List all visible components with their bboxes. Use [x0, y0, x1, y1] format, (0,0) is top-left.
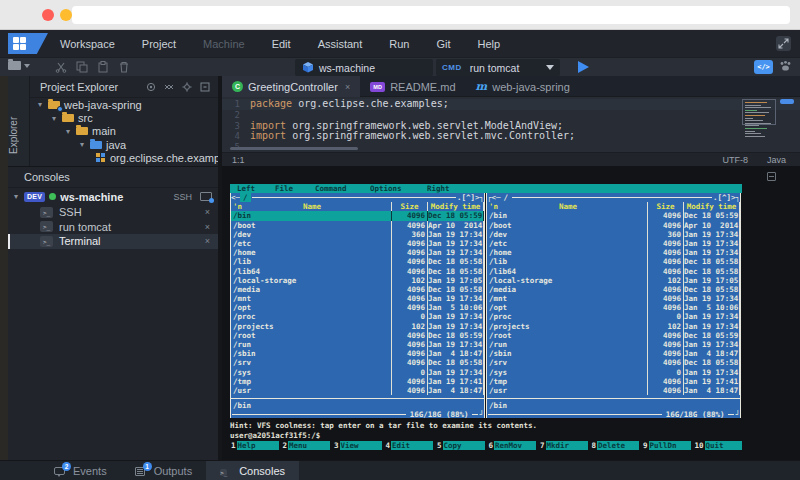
- menu-run[interactable]: Run: [389, 38, 409, 50]
- tab-readme-md[interactable]: MDREADME.md: [360, 76, 465, 97]
- cut-button[interactable]: [55, 61, 67, 73]
- process-ssh[interactable]: >_SSH×: [8, 205, 218, 220]
- fn-key-quit[interactable]: 10Quit: [694, 441, 743, 450]
- file-row[interactable]: /usr4096Jan 4 18:47: [487, 386, 740, 395]
- file-row[interactable]: /run4096Jan 19 17:34: [487, 340, 740, 349]
- chevron-down-icon[interactable]: ▾: [12, 192, 20, 201]
- fn-key-menu[interactable]: 2Menu: [282, 441, 331, 450]
- machine-selector[interactable]: ws-machine: [295, 59, 433, 76]
- file-row[interactable]: /bin4096Dec 18 05:59: [487, 211, 740, 220]
- file-row[interactable]: /local-storage102Jan 19 17:05: [487, 276, 740, 285]
- tree-item-main[interactable]: ▾main: [30, 125, 218, 138]
- close-icon[interactable]: ×: [205, 222, 210, 232]
- mc-menu-left[interactable]: Left: [237, 184, 255, 193]
- file-row[interactable]: /sbin4096Jan 4 18:47: [231, 349, 484, 358]
- chevron-down-icon[interactable]: ▾: [36, 100, 44, 109]
- file-row[interactable]: /lib4096Dec 18 05:58: [487, 257, 740, 266]
- mc-menu-right[interactable]: Right: [427, 184, 450, 193]
- fn-key-view[interactable]: 3View: [333, 441, 382, 450]
- file-row[interactable]: /sbin4096Jan 4 18:47: [487, 349, 740, 358]
- file-row[interactable]: /lib4096Dec 18 05:58: [231, 257, 484, 266]
- mc-menu-file[interactable]: File: [275, 184, 293, 193]
- collapse-all-icon[interactable]: [164, 82, 174, 92]
- file-row[interactable]: /lib644096Dec 18 05:58: [487, 267, 740, 276]
- file-row[interactable]: /boot4096Apr 10 2014: [231, 221, 484, 230]
- file-row[interactable]: /home4096Jan 19 17:34: [487, 248, 740, 257]
- minimap[interactable]: [745, 102, 775, 138]
- link-with-editor-icon[interactable]: [146, 82, 156, 92]
- file-row[interactable]: /tmp4096Jan 19 17:41: [487, 377, 740, 386]
- file-row[interactable]: /etc4096Jan 19 17:34: [487, 239, 740, 248]
- file-row[interactable]: /mnt4096Jan 19 17:34: [231, 294, 484, 303]
- code-editor[interactable]: 1package org.eclipse.che.examples;23impo…: [222, 97, 800, 152]
- delete-button[interactable]: [118, 61, 130, 73]
- bottom-tab-consoles[interactable]: >_Consoles: [206, 461, 299, 480]
- horizontal-scrollbar[interactable]: [230, 147, 358, 150]
- run-command-button[interactable]: [578, 61, 589, 73]
- file-row[interactable]: /sys0Jan 19 17:34: [231, 368, 484, 377]
- fn-key-delete[interactable]: 8Delete: [591, 441, 640, 450]
- file-row[interactable]: /projects102Jan 19 17:34: [487, 322, 740, 331]
- fn-key-renmov[interactable]: 6RenMov: [488, 441, 537, 450]
- expand-icon[interactable]: [776, 36, 791, 51]
- mc-col-name[interactable]: Name: [233, 202, 391, 211]
- tree-item-org-eclipse-che-examples[interactable]: org.eclipse.che.examples: [30, 152, 218, 165]
- file-row[interactable]: /projects102Jan 19 17:34: [231, 322, 484, 331]
- mc-col-mtime[interactable]: Modify time: [683, 202, 740, 211]
- file-row[interactable]: /home4096Jan 19 17:34: [231, 248, 484, 257]
- mc-menu-command[interactable]: Command: [315, 184, 347, 193]
- close-icon[interactable]: ×: [345, 82, 350, 92]
- bottom-tab-events[interactable]: 2Events: [40, 461, 121, 480]
- file-row[interactable]: /srv4096Dec 18 05:58: [231, 358, 484, 367]
- file-row[interactable]: /sys0Jan 19 17:34: [487, 368, 740, 377]
- gear-icon[interactable]: [182, 82, 192, 92]
- close-icon[interactable]: ×: [205, 207, 210, 217]
- copy-button[interactable]: [76, 61, 88, 73]
- menu-machine[interactable]: Machine: [203, 38, 245, 50]
- chevron-down-icon[interactable]: ▾: [78, 140, 86, 149]
- new-project-button[interactable]: [8, 61, 30, 70]
- mc-col-mtime[interactable]: Modify time: [427, 202, 484, 211]
- menu-assistant[interactable]: Assistant: [318, 38, 363, 50]
- mc-current-path[interactable]: /: [240, 193, 251, 202]
- file-row[interactable]: /proc0Jan 19 17:34: [231, 312, 484, 321]
- scrollbar-thumb[interactable]: [780, 99, 794, 104]
- fn-key-edit[interactable]: 4Edit: [385, 441, 434, 450]
- bottom-tab-outputs[interactable]: 1Outputs: [121, 461, 207, 480]
- file-row[interactable]: /dev360Jan 19 17:34: [231, 230, 484, 239]
- chevron-down-icon[interactable]: ▾: [64, 127, 72, 136]
- paste-button[interactable]: [97, 61, 109, 73]
- fn-key-copy[interactable]: 5Copy: [436, 441, 485, 450]
- tree-item-java[interactable]: ▾java: [30, 138, 218, 151]
- menu-edit[interactable]: Edit: [272, 38, 291, 50]
- fn-key-mkdir[interactable]: 7Mkdir: [539, 441, 588, 450]
- file-row[interactable]: /bin4096Dec 18 05:59: [231, 211, 484, 220]
- mc-col-size[interactable]: Size: [391, 202, 427, 211]
- process-run-tomcat[interactable]: >_run tomcat×: [8, 220, 218, 235]
- file-row[interactable]: /proc0Jan 19 17:34: [487, 312, 740, 321]
- file-row[interactable]: /root4096Dec 18 05:59: [487, 331, 740, 340]
- file-row[interactable]: /mnt4096Jan 19 17:34: [487, 294, 740, 303]
- shell-prompt[interactable]: user@a2051acf31f5:/$: [230, 431, 742, 440]
- code-view-button[interactable]: </>: [754, 60, 773, 74]
- menu-workspace[interactable]: Workspace: [60, 38, 115, 50]
- tree-item-src[interactable]: ▾src: [30, 111, 218, 124]
- mc-col-name[interactable]: Name: [489, 202, 647, 211]
- terminal-view[interactable]: LeftFileCommandOptionsRight <─/.[^]>┐'nN…: [222, 166, 800, 460]
- menu-project[interactable]: Project: [142, 38, 176, 50]
- file-row[interactable]: /opt4096Jan 5 10:06: [231, 303, 484, 312]
- file-row[interactable]: /srv4096Dec 18 05:58: [487, 358, 740, 367]
- fn-key-pulldn[interactable]: 9PullDn: [642, 441, 691, 450]
- process-terminal[interactable]: >_Terminal×: [8, 234, 218, 249]
- file-row[interactable]: /lib644096Dec 18 05:58: [231, 267, 484, 276]
- tab-greetingcontroller[interactable]: CGreetingController×: [222, 76, 360, 97]
- file-row[interactable]: /tmp4096Jan 19 17:41: [231, 377, 484, 386]
- file-row[interactable]: /etc4096Jan 19 17:34: [231, 239, 484, 248]
- file-row[interactable]: /dev360Jan 19 17:34: [487, 230, 740, 239]
- file-row[interactable]: /usr4096Jan 4 18:47: [231, 386, 484, 395]
- mc-col-size[interactable]: Size: [647, 202, 683, 211]
- window-minimize-button[interactable]: [60, 9, 72, 21]
- chevron-down-icon[interactable]: ▾: [50, 114, 58, 123]
- mc-current-path[interactable]: /: [501, 193, 512, 202]
- ssh-terminal-icon[interactable]: [200, 192, 212, 201]
